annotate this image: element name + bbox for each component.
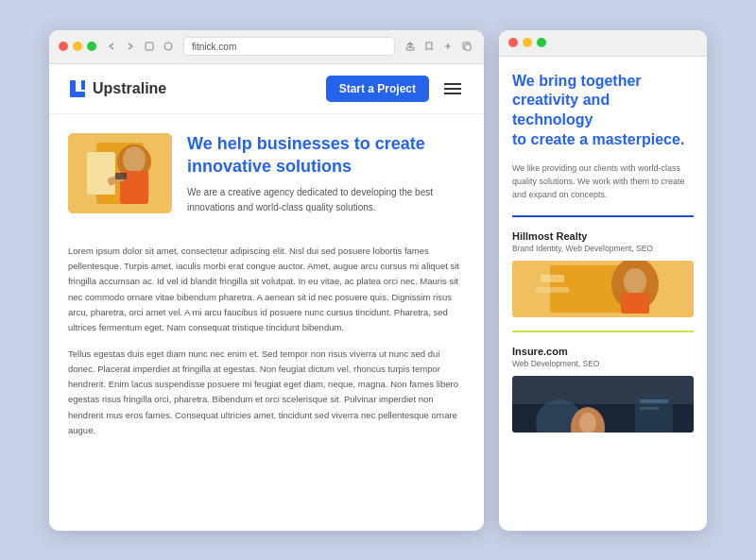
browser-toolbar: fitnick.com xyxy=(49,30,484,65)
section-divider xyxy=(512,215,694,217)
back-button[interactable] xyxy=(104,39,119,54)
hero-text: We help businesses to create innovative … xyxy=(187,133,465,215)
svg-rect-9 xyxy=(81,80,85,90)
hero-image xyxy=(68,133,172,213)
browser-controls xyxy=(104,39,176,54)
fullscreen-icon xyxy=(161,39,176,54)
hero-section: We help businesses to create innovative … xyxy=(49,114,484,234)
svg-point-14 xyxy=(123,146,146,173)
project-item-2: Insure.com Web Development, SEO xyxy=(512,346,694,433)
body-paragraph-1: Lorem ipsum dolor sit amet, consectetur … xyxy=(68,244,465,335)
project-1-tags: Brand Identity, Web Development, SEO xyxy=(512,244,694,253)
mobile-browser-toolbar xyxy=(499,30,707,57)
forward-button[interactable] xyxy=(123,39,138,54)
svg-rect-8 xyxy=(70,92,85,97)
minimize-button[interactable] xyxy=(73,42,82,51)
mobile-browser-window: We bring together creativity and technol… xyxy=(499,30,707,531)
hero-image-placeholder xyxy=(68,133,172,213)
maximize-button[interactable] xyxy=(87,42,96,51)
address-bar[interactable]: fitnick.com xyxy=(183,37,395,56)
svg-rect-0 xyxy=(146,42,153,50)
mobile-minimize-button[interactable] xyxy=(523,38,532,47)
mobile-maximize-button[interactable] xyxy=(537,38,546,47)
hamburger-line-2 xyxy=(444,88,461,90)
hamburger-line-3 xyxy=(444,93,461,94)
project-1-title: Hillmost Realty xyxy=(512,230,694,242)
mobile-headline-line2: creativity and technology xyxy=(512,92,610,127)
tab-icon xyxy=(142,39,157,54)
mobile-close-button[interactable] xyxy=(508,38,518,47)
svg-rect-22 xyxy=(621,293,649,314)
svg-point-1 xyxy=(164,42,172,50)
nav-right: Start a Project xyxy=(326,76,465,102)
project-2-illustration xyxy=(512,376,694,433)
logo-text: Upstraline xyxy=(93,80,166,97)
hero-headline: We help businesses to create innovative … xyxy=(187,133,465,178)
body-paragraph-2: Tellus egestas duis eget diam nunc nec e… xyxy=(68,347,465,438)
svg-rect-6 xyxy=(465,44,471,50)
svg-point-29 xyxy=(579,413,596,433)
share-icon[interactable] xyxy=(403,39,418,54)
hamburger-line-1 xyxy=(444,83,461,85)
traffic-lights xyxy=(59,42,96,51)
project-divider xyxy=(512,331,694,332)
body-content: Lorem ipsum dolor sit amet, consectetur … xyxy=(49,234,484,459)
close-button[interactable] xyxy=(59,42,68,51)
hero-subtext: We are a creative agency dedicated to de… xyxy=(187,185,465,215)
mobile-headline-line3: to create a masterpiece. xyxy=(512,131,684,147)
svg-rect-17 xyxy=(115,173,127,179)
url-text: fitnick.com xyxy=(192,42,236,52)
desktop-browser-window: fitnick.com xyxy=(49,30,484,531)
mobile-traffic-lights xyxy=(508,38,546,47)
mobile-headline-line1: We bring together xyxy=(512,73,642,89)
project-2-tags: Web Development, SEO xyxy=(512,359,694,368)
svg-rect-2 xyxy=(406,47,414,50)
hamburger-menu[interactable] xyxy=(440,79,465,98)
browser-actions xyxy=(403,39,474,54)
site-navigation: Upstraline Start a Project xyxy=(49,64,484,114)
mobile-headline: We bring together creativity and technol… xyxy=(512,72,694,150)
svg-point-21 xyxy=(624,268,646,295)
project-2-image xyxy=(512,376,694,433)
start-project-button[interactable]: Start a Project xyxy=(326,76,429,102)
svg-rect-33 xyxy=(640,399,668,403)
desktop-content: Upstraline Start a Project xyxy=(49,64,484,530)
mobile-subtext: We like providing our clients with world… xyxy=(512,161,694,202)
bookmark-icon[interactable] xyxy=(421,39,437,54)
add-tab-icon[interactable] xyxy=(440,39,455,54)
site-logo: Upstraline xyxy=(68,78,166,99)
hero-illustration xyxy=(68,133,172,213)
svg-rect-23 xyxy=(541,275,564,282)
project-2-title: Insure.com xyxy=(512,346,694,357)
logo-icon xyxy=(68,78,87,99)
project-1-image xyxy=(512,261,694,317)
project-item-1: Hillmost Realty Brand Identity, Web Deve… xyxy=(512,230,694,317)
svg-rect-13 xyxy=(87,152,115,195)
mobile-content: We bring together creativity and technol… xyxy=(499,57,707,531)
svg-rect-24 xyxy=(536,287,569,293)
project-1-illustration xyxy=(512,261,694,317)
new-window-icon[interactable] xyxy=(459,39,474,54)
svg-rect-34 xyxy=(640,407,659,410)
